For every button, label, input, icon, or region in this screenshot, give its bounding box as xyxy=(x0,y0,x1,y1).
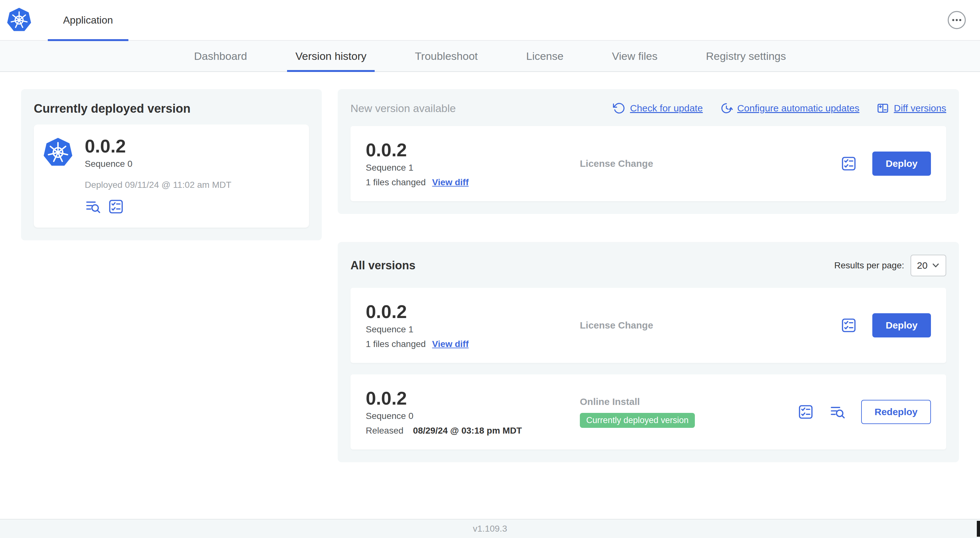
schedule-clock-icon xyxy=(720,102,733,114)
version-number: 0.0.2 xyxy=(366,302,580,322)
released-label: Released xyxy=(366,425,403,436)
view-diff-link[interactable]: View diff xyxy=(432,339,469,349)
deployed-date: Deployed 09/11/24 @ 11:02 am MDT xyxy=(85,180,231,190)
version-row-sequence-0: 0.0.2 Sequence 0 Released08/29/24 @ 03:1… xyxy=(350,375,946,449)
app-version-text: v1.109.3 xyxy=(473,524,507,534)
results-per-page-select[interactable]: 20 xyxy=(910,255,946,276)
new-version-card: New version available Check for update xyxy=(338,89,959,214)
results-per-page-label: Results per page: xyxy=(834,260,904,271)
tab-troubleshoot[interactable]: Troubleshoot xyxy=(407,41,486,71)
view-diff-link[interactable]: View diff xyxy=(432,177,469,187)
tab-license[interactable]: License xyxy=(518,41,572,71)
tab-version-history[interactable]: Version history xyxy=(287,41,375,71)
ellipsis-menu-button[interactable] xyxy=(948,11,966,29)
version-number: 0.0.2 xyxy=(366,388,580,408)
files-changed-text: 1 files changed xyxy=(366,177,426,187)
tab-registry-settings[interactable]: Registry settings xyxy=(698,41,794,71)
check-for-update-link[interactable]: Check for update xyxy=(612,102,703,114)
scrollbar-thumb[interactable] xyxy=(977,521,980,537)
currently-deployed-card: Currently deployed version xyxy=(21,89,322,240)
version-sequence: Sequence 1 xyxy=(366,324,580,335)
results-per-page-value: 20 xyxy=(917,260,928,271)
deployed-sequence: Sequence 0 xyxy=(85,159,231,169)
log-search-icon[interactable] xyxy=(85,198,101,215)
checklist-icon[interactable] xyxy=(797,404,814,420)
deployed-version-box: 0.0.2 Sequence 0 Deployed 09/11/24 @ 11:… xyxy=(34,124,309,228)
all-versions-card: All versions Results per page: 20 0.0.2 … xyxy=(338,242,959,462)
version-source: License Change xyxy=(580,158,828,169)
version-row-sequence-1: 0.0.2 Sequence 1 1 files changed View di… xyxy=(350,288,946,363)
diff-versions-link[interactable]: Diff versions xyxy=(877,102,946,114)
checklist-icon[interactable] xyxy=(840,156,857,172)
files-changed-text: 1 files changed xyxy=(366,339,426,349)
log-search-icon[interactable] xyxy=(829,404,846,420)
currently-deployed-title: Currently deployed version xyxy=(34,102,309,116)
main-content: Currently deployed version xyxy=(0,72,980,494)
diff-columns-icon xyxy=(877,102,889,114)
new-version-title: New version available xyxy=(350,102,456,114)
app-header: Application xyxy=(0,0,980,41)
version-sequence: Sequence 0 xyxy=(366,411,580,421)
tab-application[interactable]: Application xyxy=(48,0,128,40)
tab-dashboard[interactable]: Dashboard xyxy=(186,41,255,71)
app-footer: v1.109.3 xyxy=(0,519,980,538)
currently-deployed-badge: Currently deployed version xyxy=(580,413,695,428)
redeploy-button[interactable]: Redeploy xyxy=(861,400,931,424)
version-sequence: Sequence 1 xyxy=(366,163,580,173)
released-date: 08/29/24 @ 03:18 pm MDT xyxy=(413,425,522,436)
all-versions-title: All versions xyxy=(350,259,415,272)
refresh-icon xyxy=(612,102,625,114)
deploy-button[interactable]: Deploy xyxy=(872,152,931,176)
version-number: 0.0.2 xyxy=(366,140,580,160)
checklist-icon[interactable] xyxy=(840,317,857,333)
app-subnav: Dashboard Version history Troubleshoot L… xyxy=(0,41,980,72)
deploy-button[interactable]: Deploy xyxy=(872,313,931,338)
tab-view-files[interactable]: View files xyxy=(604,41,666,71)
configure-automatic-updates-link[interactable]: Configure automatic updates xyxy=(720,102,859,114)
new-version-row: 0.0.2 Sequence 1 1 files changed View di… xyxy=(350,126,946,201)
version-source: License Change xyxy=(580,320,828,331)
kubernetes-logo xyxy=(6,7,32,33)
tab-application-label: Application xyxy=(63,14,113,26)
ellipsis-menu-icon xyxy=(948,11,966,29)
chevron-down-icon xyxy=(932,263,939,268)
checklist-icon[interactable] xyxy=(108,198,124,215)
deployed-version-number: 0.0.2 xyxy=(85,136,231,156)
version-source: Online Install xyxy=(580,396,785,407)
kubernetes-app-icon xyxy=(43,137,73,168)
